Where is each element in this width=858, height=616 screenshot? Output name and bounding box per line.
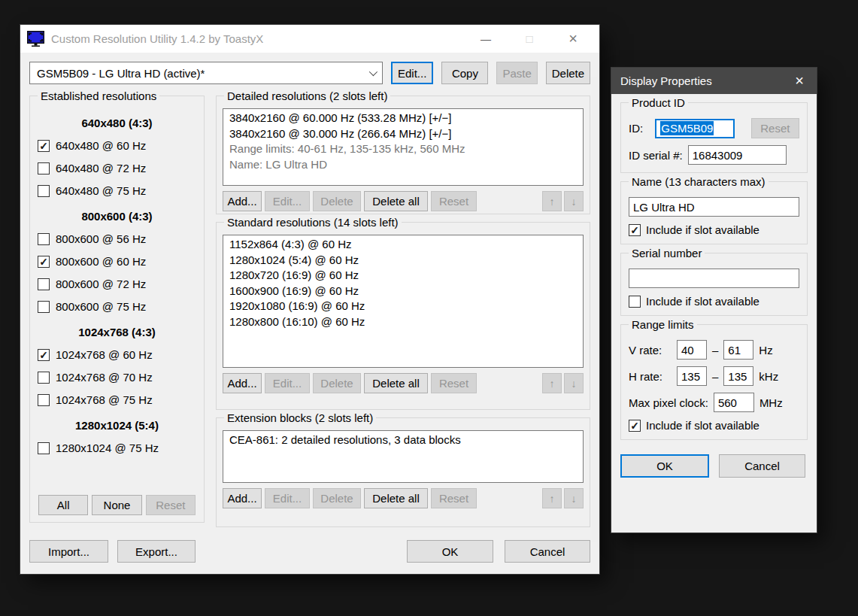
minimize-icon: — xyxy=(481,33,491,45)
minimize-button[interactable]: — xyxy=(464,25,508,53)
dialog-ok-button[interactable]: OK xyxy=(620,454,709,478)
check-icon: ✓ xyxy=(39,350,48,360)
close-icon: × xyxy=(568,30,578,47)
list-item[interactable]: CEA-861: 2 detailed resolutions, 3 data … xyxy=(229,432,577,448)
resolution-row: 800x600 @ 72 Hz xyxy=(38,278,196,290)
id-field[interactable]: GSM5B09 xyxy=(655,119,734,138)
move-up-button: ↑ xyxy=(542,191,562,211)
list-item[interactable]: 1280x1024 (5:4) @ 60 Hz xyxy=(229,253,577,269)
edit-detailed-button: Edit... xyxy=(265,191,310,211)
move-down-button: ↓ xyxy=(564,191,584,211)
standard-resolutions-list[interactable]: 1152x864 (4:3) @ 60 Hz 1280x1024 (5:4) @… xyxy=(223,235,584,368)
close-button[interactable]: × xyxy=(551,25,595,53)
established-resolutions-label: Established resolutions xyxy=(38,90,159,102)
id-serial-field[interactable] xyxy=(688,145,787,165)
resolution-checkbox[interactable] xyxy=(38,394,50,406)
list-item[interactable]: 1280x720 (16:9) @ 60 Hz xyxy=(229,268,577,284)
list-item[interactable]: 1152x864 (4:3) @ 60 Hz xyxy=(229,237,577,253)
delete-all-detailed-button[interactable]: Delete all xyxy=(364,191,428,211)
serial-number-label: Serial number xyxy=(629,247,705,259)
resolution-checkbox[interactable] xyxy=(38,372,50,384)
include-serial-checkbox[interactable] xyxy=(629,296,641,308)
extension-blocks-list[interactable]: CEA-861: 2 detailed resolutions, 3 data … xyxy=(223,430,584,483)
display-selector-dropdown[interactable]: GSM5B09 - LG Ultra HD (active)* xyxy=(29,62,383,84)
standard-resolutions-label: Standard resolutions (14 slots left) xyxy=(224,216,402,229)
resolution-checkbox[interactable] xyxy=(38,278,50,290)
max-pixel-clock-field[interactable] xyxy=(714,393,754,412)
dialog-close-button[interactable]: × xyxy=(782,68,817,94)
serial-number-group: Serial number Include if slot available xyxy=(620,253,808,316)
ok-button[interactable]: OK xyxy=(407,540,493,563)
resolution-label: 800x600 @ 60 Hz xyxy=(56,255,146,268)
resolution-checkbox[interactable] xyxy=(38,185,50,197)
all-button[interactable]: All xyxy=(38,495,88,515)
resolution-checkbox[interactable] xyxy=(38,442,50,454)
add-detailed-button[interactable]: Add... xyxy=(223,191,262,211)
resolution-row: 1024x768 @ 70 Hz xyxy=(38,371,196,384)
check-icon: ✓ xyxy=(630,420,639,431)
check-icon: ✓ xyxy=(39,256,48,267)
resolution-label: 640x480 @ 60 Hz xyxy=(56,139,146,152)
import-button[interactable]: Import... xyxy=(29,540,108,563)
resolution-row: ✓ 640x480 @ 60 Hz xyxy=(38,139,196,152)
include-range-label: Include if slot available xyxy=(646,419,759,432)
name-field[interactable] xyxy=(629,197,799,217)
standard-resolutions-group: Standard resolutions (14 slots left) 115… xyxy=(216,222,590,410)
copy-button[interactable]: Copy xyxy=(441,62,488,84)
resolution-checkbox[interactable] xyxy=(38,233,50,245)
resolution-checkbox[interactable] xyxy=(38,301,50,313)
delete-all-extension-button[interactable]: Delete all xyxy=(364,488,428,508)
up-arrow-icon: ↑ xyxy=(550,378,555,390)
display-properties-dialog: Display Properties × Product ID ID: GSM5… xyxy=(611,68,817,533)
extension-blocks-group: Extension blocks (2 slots left) CEA-861:… xyxy=(216,417,590,527)
edit-standard-button: Edit... xyxy=(265,373,310,393)
list-item[interactable]: 3840x2160 @ 60.000 Hz (533.28 MHz) [+/−] xyxy=(229,111,577,126)
include-name-checkbox[interactable]: ✓ xyxy=(629,224,641,236)
v-rate-label: V rate: xyxy=(629,344,672,357)
name-group-label: Name (13 characters max) xyxy=(629,175,769,188)
resolution-checkbox[interactable]: ✓ xyxy=(38,140,50,152)
list-item[interactable]: Range limits: 40-61 Hz, 135-135 kHz, 560… xyxy=(229,141,577,157)
v-rate-max-field[interactable] xyxy=(723,340,753,360)
up-arrow-icon: ↑ xyxy=(550,493,555,505)
resolution-checkbox[interactable] xyxy=(38,162,50,174)
export-button[interactable]: Export... xyxy=(117,540,196,563)
add-standard-button[interactable]: Add... xyxy=(223,373,262,393)
range-limits-group: Range limits V rate: – Hz H rate: – kHz … xyxy=(620,324,808,440)
list-item[interactable]: Name: LG Ultra HD xyxy=(229,157,577,173)
delete-display-button[interactable]: Delete xyxy=(546,62,590,84)
up-arrow-icon: ↑ xyxy=(550,196,555,208)
main-titlebar[interactable]: Custom Resolution Utility 1.4.2 by Toast… xyxy=(20,25,599,53)
dialog-titlebar[interactable]: Display Properties × xyxy=(611,68,817,94)
dialog-title: Display Properties xyxy=(620,74,782,87)
list-item[interactable]: 3840x2160 @ 30.000 Hz (266.64 MHz) [+/−] xyxy=(229,126,577,142)
h-rate-min-field[interactable] xyxy=(677,366,707,386)
add-extension-button[interactable]: Add... xyxy=(223,488,262,508)
v-rate-min-field[interactable] xyxy=(677,340,707,360)
h-rate-label: H rate: xyxy=(629,370,672,383)
down-arrow-icon: ↓ xyxy=(571,378,577,390)
include-range-checkbox[interactable]: ✓ xyxy=(629,420,641,432)
display-selector-value: GSM5B09 - LG Ultra HD (active)* xyxy=(37,67,365,80)
resolution-group-header: 800x600 (4:3) xyxy=(38,210,196,223)
range-dash: – xyxy=(712,370,718,383)
maximize-button[interactable]: □ xyxy=(508,25,551,53)
resolution-checkbox[interactable]: ✓ xyxy=(38,349,50,361)
detailed-resolutions-list[interactable]: 3840x2160 @ 60.000 Hz (533.28 MHz) [+/−]… xyxy=(223,108,584,186)
resolution-checkbox[interactable]: ✓ xyxy=(38,256,50,268)
serial-number-field[interactable] xyxy=(629,269,799,288)
list-item[interactable]: 1280x800 (16:10) @ 60 Hz xyxy=(229,314,577,330)
reset-standard-button: Reset xyxy=(431,373,477,393)
cancel-button[interactable]: Cancel xyxy=(505,540,590,563)
list-item[interactable]: 1600x900 (16:9) @ 60 Hz xyxy=(229,284,577,299)
dialog-cancel-button[interactable]: Cancel xyxy=(719,454,805,478)
none-button[interactable]: None xyxy=(92,495,141,515)
list-item[interactable]: 1920x1080 (16:9) @ 60 Hz xyxy=(229,299,577,314)
edit-display-button[interactable]: Edit... xyxy=(391,62,433,84)
h-rate-max-field[interactable] xyxy=(723,366,753,386)
check-icon: ✓ xyxy=(630,225,639,235)
detailed-resolutions-group: Detailed resolutions (2 slots left) 3840… xyxy=(216,96,590,214)
resolution-row: 640x480 @ 72 Hz xyxy=(38,162,196,174)
id-serial-label: ID serial #: xyxy=(629,149,683,162)
delete-all-standard-button[interactable]: Delete all xyxy=(364,373,428,393)
